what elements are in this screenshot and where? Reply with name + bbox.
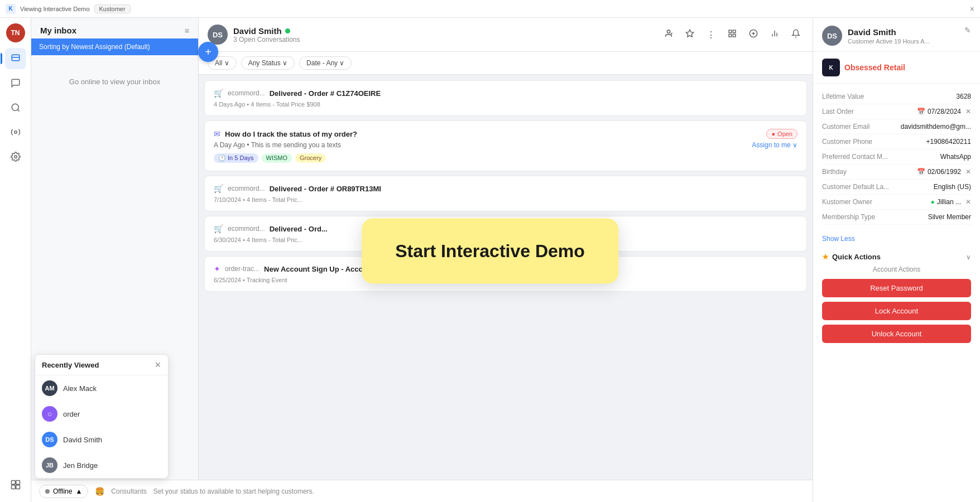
viewing-label: Viewing Interactive Demo: [20, 6, 90, 12]
rv-avatar-david-smith: DS: [42, 432, 57, 447]
nav-integrations[interactable]: [5, 122, 26, 143]
status-dropdown[interactable]: Offline ▲: [39, 485, 88, 498]
sort-icon[interactable]: ≡: [185, 26, 189, 35]
online-indicator: [285, 28, 290, 33]
status-label: Offline: [53, 487, 72, 495]
conv-title-1: Delivered - Order # C1Z74OEIRE: [270, 89, 381, 98]
star-button[interactable]: [682, 27, 698, 42]
conv-card-2[interactable]: ✉ How do I track the status of my order?…: [204, 120, 807, 171]
more-options-button[interactable]: ⋮: [703, 27, 719, 42]
rv-label-order: order: [63, 410, 80, 418]
svg-rect-4: [11, 481, 15, 485]
tag-sla: 🕐 In 5 Days: [214, 153, 258, 163]
nav-conversations[interactable]: [5, 73, 26, 94]
nav-settings[interactable]: [5, 146, 26, 167]
recently-viewed-panel: Recently Viewed ✕ AM Alex Mack ○ order D…: [35, 354, 169, 479]
conv-meta-3: 7/10/2024 • 4 Items - Total Pric...: [214, 196, 798, 203]
conv-title-3: Delivered - Order # OR89TR13MI: [270, 185, 381, 193]
tag-grocery: Grocery: [295, 153, 326, 163]
clear-owner[interactable]: ✕: [965, 198, 971, 206]
user-avatar[interactable]: TN: [6, 23, 25, 42]
field-customer-email: Customer Email davidsmithdemo@gm...: [822, 119, 971, 134]
qa-subtitle: Account Actions: [822, 266, 971, 273]
contact-sub: 3 Open Conversations: [233, 36, 300, 44]
reset-password-button[interactable]: Reset Password: [822, 279, 971, 297]
filter-date[interactable]: Date - Any ∨: [299, 56, 352, 70]
field-birthday: Birthday 📅 02/06/1992 ✕: [822, 165, 971, 180]
field-default-language: Customer Default La... English (US): [822, 180, 971, 195]
conv-card-3[interactable]: 🛒 ecommord... Delivered - Order # OR89TR…: [204, 176, 807, 211]
sidebar-empty-message: Go online to view your inbox: [31, 55, 198, 108]
rv-close-button[interactable]: ✕: [155, 360, 161, 369]
email-icon-2: ✉: [214, 129, 220, 138]
clear-last-order[interactable]: ✕: [965, 108, 971, 115]
rv-item-order[interactable]: ○ order: [35, 401, 168, 427]
team-label: Consultants: [111, 487, 146, 495]
status-chevron: ▲: [75, 487, 82, 495]
assign-button[interactable]: [661, 27, 676, 42]
tags-row-2: 🕐 In 5 Days WISMO Grocery: [214, 153, 798, 163]
brand-logo: K Obsessed Retail: [813, 52, 980, 84]
chart-button[interactable]: [767, 27, 782, 42]
sidebar-title: My inbox: [40, 26, 76, 35]
rp-edit-button[interactable]: ✎: [964, 26, 971, 35]
svg-point-1: [12, 104, 18, 110]
conv-card-1-header: 🛒 ecommord... Delivered - Order # C1Z74O…: [214, 89, 798, 98]
store-name-1: ecommord...: [228, 89, 265, 97]
sorting-filter-bar[interactable]: Sorting by Newest Assigned (Default): [31, 38, 198, 55]
tracking-icon-5: ✦: [214, 264, 220, 273]
left-nav: TN: [0, 18, 31, 502]
store-name-3: ecommord...: [228, 185, 265, 192]
conv-title-2: How do I track the status of my order?: [225, 130, 357, 138]
nav-search[interactable]: [5, 97, 26, 118]
lock-account-button[interactable]: Lock Account: [822, 302, 971, 320]
conv-filter-bar: All ∨ Any Status ∨ Date - Any ∨: [199, 52, 813, 75]
store-icon-4: 🛒: [214, 224, 223, 233]
sidebar-header: My inbox ≡: [31, 18, 198, 38]
rv-avatar-alex-mack: AM: [42, 380, 57, 396]
brand-icon: K: [822, 59, 840, 76]
svg-rect-10: [729, 30, 732, 33]
rv-item-alex-mack[interactable]: AM Alex Mack: [35, 375, 168, 401]
svg-rect-6: [11, 485, 15, 489]
svg-point-2: [14, 131, 17, 134]
conversation-list: 🛒 ecommord... Delivered - Order # C1Z74O…: [199, 75, 813, 502]
unlock-account-button[interactable]: Unlock Account: [822, 325, 971, 343]
conv-snippet-2: A Day Ago • This is me sending you a tex…: [214, 141, 798, 149]
quick-actions-section: ★ Quick Actions ∨ Account Actions Reset …: [813, 247, 980, 353]
rv-label-jen-bridge: Jen Bridge: [63, 461, 98, 470]
rv-avatar-order: ○: [42, 406, 57, 422]
conversation-header: DS David Smith 3 Open Conversations: [199, 18, 813, 52]
top-bar: K Viewing Interactive Demo Kustomer ×: [0, 0, 980, 18]
qa-title: ★ Quick Actions: [822, 253, 881, 261]
field-lifetime-value: Lifetime Value 3628: [822, 89, 971, 104]
qa-toggle-button[interactable]: ∨: [966, 253, 971, 261]
open-badge-2: ● Open: [766, 129, 798, 139]
conv-card-1[interactable]: 🛒 ecommord... Delivered - Order # C1Z74O…: [204, 80, 807, 116]
nav-inbox[interactable]: [5, 48, 26, 69]
rp-fields: Lifetime Value 3628 Last Order 📅 07/28/2…: [813, 84, 980, 230]
layout-button[interactable]: [724, 27, 740, 42]
clear-birthday[interactable]: ✕: [965, 168, 971, 176]
store-icon-3: 🛒: [214, 184, 223, 193]
filter-status[interactable]: Any Status ∨: [241, 56, 295, 70]
svg-rect-13: [733, 34, 736, 37]
new-conversation-fab[interactable]: +: [198, 42, 218, 62]
top-bar-close-button[interactable]: ×: [970, 4, 974, 13]
app-logo: K: [6, 4, 16, 14]
svg-point-3: [14, 156, 17, 158]
rv-item-david-smith[interactable]: DS David Smith: [35, 427, 168, 452]
burger-icon: 🍔: [95, 487, 104, 496]
rp-contact-avatar: DS: [822, 26, 842, 46]
notifications-button[interactable]: [788, 27, 804, 42]
conv-header-left: DS David Smith 3 Open Conversations: [208, 25, 300, 45]
store-icon-1: 🛒: [214, 89, 223, 98]
nav-history[interactable]: [5, 474, 26, 495]
assign-to-me-link[interactable]: Assign to me ∨: [752, 141, 798, 149]
show-less-button[interactable]: Show Less: [813, 230, 980, 247]
conv-title-4: Delivered - Ord...: [270, 225, 328, 233]
conv-meta-1: 4 Days Ago • 4 Items - Total Price $908: [214, 101, 798, 108]
add-button[interactable]: [746, 27, 761, 42]
start-demo-overlay[interactable]: Start Interactive Demo: [362, 219, 618, 284]
rv-item-jen-bridge[interactable]: JB Jen Bridge: [35, 452, 168, 478]
